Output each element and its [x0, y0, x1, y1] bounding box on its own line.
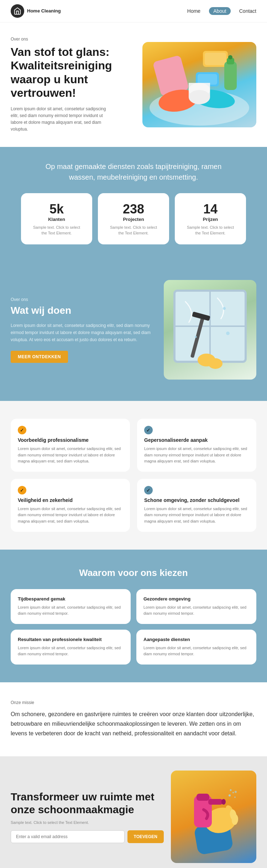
stat-number-0: 5k [31, 202, 82, 217]
svg-rect-31 [197, 794, 209, 801]
why-card-3: Aangepaste diensten Lorem ipsum dolor si… [136, 630, 256, 665]
wwd-description: Lorem ipsum dolor sit amet, consetetur s… [11, 322, 153, 344]
svg-point-13 [189, 90, 210, 104]
submit-button[interactable]: TOEVEGEN [127, 830, 164, 843]
why-title-3: Aangepaste diensten [143, 637, 249, 642]
cta-sample-text: Sample text. Click to select the Text El… [11, 820, 164, 825]
why-card-0: Tijdbesparend gemak Lorem ipsum dolor si… [11, 589, 131, 624]
stat-label-1: Projecten [108, 217, 159, 222]
hero-overline: Over ons [11, 37, 135, 42]
svg-rect-32 [208, 799, 222, 805]
feature-card-1: ✓ Gepersonaliseerde aanpak Lorem ipsum d… [137, 419, 256, 472]
feature-icon-0: ✓ [18, 426, 26, 434]
why-desc-2: Lorem ipsum dolor sit amet, consetetur s… [18, 645, 124, 657]
nav-about[interactable]: About [209, 7, 231, 15]
hero-title: Van stof tot glans: Kwaliteitsreiniging … [11, 45, 135, 100]
why-card-1: Gezondere omgeving Lorem ipsum dolor sit… [136, 589, 256, 624]
svg-point-36 [230, 789, 232, 791]
why-us-section: Waarom voor ons kiezen Tijdbesparend gem… [0, 550, 267, 682]
features-section: ✓ Voorbeeldig professionalisme Lorem ips… [0, 401, 267, 550]
stat-card-0: 5k Klanten Sample text. Click to select … [21, 193, 92, 244]
feature-desc-2: Lorem ipsum dolor sit amet, consetetur s… [18, 506, 123, 525]
stat-label-0: Klanten [31, 217, 82, 222]
stat-desc-2: Sample text. Click to select the Text El… [185, 225, 236, 236]
mission-section: Onze missie Om schonere, gezondere en ga… [0, 682, 267, 756]
feature-card-0: ✓ Voorbeeldig professionalisme Lorem ips… [11, 419, 130, 472]
hero-description: Lorem ipsum dolor sit amet, consetetur s… [11, 106, 110, 133]
feature-card-3: ✓ Schone omgeving, zonder schuldgevoel L… [137, 479, 256, 532]
why-card-2: Resultaten van professionele kwaliteit L… [11, 630, 131, 665]
feature-card-2: ✓ Veiligheid en zekerheid Lorem ipsum do… [11, 479, 130, 532]
email-input[interactable] [11, 830, 125, 843]
feature-desc-1: Lorem ipsum dolor sit amet, consetetur s… [144, 446, 249, 465]
feature-title-2: Veiligheid en zekerheid [18, 497, 123, 503]
svg-point-34 [229, 794, 231, 796]
wwd-text: Over ons Wat wij doen Lorem ipsum dolor … [11, 297, 153, 363]
hero-section: Over ons Van stof tot glans: Kwaliteitsr… [0, 22, 267, 147]
feature-title-1: Gepersonaliseerde aanpak [144, 437, 249, 443]
cta-image [171, 771, 256, 863]
navbar: Home Cleaning Home About Contact [0, 0, 267, 22]
cta-section: Transformeer uw ruimte met onze schoonma… [0, 756, 267, 868]
why-title-2: Resultaten van professionele kwaliteit [18, 637, 124, 642]
cta-text: Transformeer uw ruimte met onze schoonma… [11, 790, 164, 843]
svg-point-33 [221, 799, 226, 805]
wwd-overline: Over ons [11, 297, 153, 302]
hero-image [142, 42, 256, 127]
logo-text: Home Cleaning [27, 8, 61, 14]
stat-label-2: Prijzen [185, 217, 236, 222]
stat-card-2: 14 Prijzen Sample text. Click to select … [175, 193, 246, 244]
stat-card-1: 238 Projecten Sample text. Click to sele… [98, 193, 169, 244]
what-we-do-section: Over ons Wat wij doen Lorem ipsum dolor … [0, 259, 267, 401]
feature-icon-1: ✓ [144, 426, 153, 434]
feature-icon-2: ✓ [18, 486, 26, 494]
hero-text: Over ons Van stof tot glans: Kwaliteitsr… [11, 37, 142, 133]
banner-text: Op maat gemaakte diensten zoals tapijtre… [44, 161, 222, 182]
feature-desc-0: Lorem ipsum dolor sit amet, consetetur s… [18, 446, 123, 465]
logo[interactable]: Home Cleaning [11, 4, 61, 18]
svg-point-37 [234, 796, 236, 798]
feature-desc-3: Lorem ipsum dolor sit amet, consetetur s… [144, 506, 249, 525]
meer-button[interactable]: MEER ONTDEKKEN [11, 351, 68, 363]
why-desc-3: Lorem ipsum dolor sit amet, consetetur s… [143, 645, 249, 657]
cta-title: Transformeer uw ruimte met onze schoonma… [11, 790, 164, 816]
svg-point-35 [232, 792, 234, 793]
feature-icon-3: ✓ [144, 486, 153, 494]
why-title-1: Gezondere omgeving [143, 596, 249, 602]
logo-icon [11, 4, 24, 18]
svg-point-38 [235, 791, 237, 793]
svg-point-21 [208, 358, 222, 369]
why-grid: Tijdbesparend gemak Lorem ipsum dolor si… [11, 589, 256, 665]
svg-point-22 [223, 307, 226, 310]
blue-banner: Op maat gemaakte diensten zoals tapijtre… [0, 147, 267, 259]
stat-number-1: 238 [108, 202, 159, 217]
svg-point-8 [228, 55, 232, 59]
stat-number-2: 14 [185, 202, 236, 217]
why-title-0: Tijdbesparend gemak [18, 596, 124, 602]
svg-point-23 [195, 336, 197, 338]
why-us-title: Waarom voor ons kiezen [11, 567, 256, 578]
stats-grid: 5k Klanten Sample text. Click to select … [11, 193, 256, 244]
svg-point-24 [226, 332, 230, 335]
stat-desc-1: Sample text. Click to select the Text El… [108, 225, 159, 236]
svg-rect-3 [205, 53, 226, 65]
why-desc-1: Lorem ipsum dolor sit amet, consetetur s… [143, 604, 249, 617]
wwd-image [164, 280, 256, 380]
feature-title-3: Schone omgeving, zonder schuldgevoel [144, 497, 249, 503]
cta-form: TOEVEGEN [11, 830, 164, 843]
wwd-title: Wat wij doen [11, 305, 153, 316]
svg-rect-6 [224, 62, 237, 90]
mission-text: Om schonere, gezondere en gastvrijere ru… [11, 709, 256, 739]
why-desc-0: Lorem ipsum dolor sit amet, consetetur s… [18, 604, 124, 617]
nav-links: Home About Contact [187, 7, 256, 15]
feature-title-0: Voorbeeldig professionalisme [18, 437, 123, 443]
nav-contact[interactable]: Contact [239, 8, 256, 14]
nav-home[interactable]: Home [187, 8, 200, 14]
mission-overline: Onze missie [11, 700, 256, 705]
stat-desc-0: Sample text. Click to select the Text El… [31, 225, 82, 236]
features-grid: ✓ Voorbeeldig professionalisme Lorem ips… [11, 419, 256, 532]
